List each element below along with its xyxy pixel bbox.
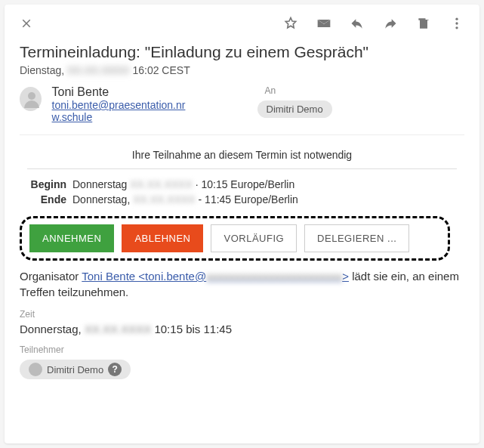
organizer-line: Organisator Toni Bente <toni.bente@xxxxx… — [20, 268, 464, 300]
participant-name: Dimitri Demo — [47, 364, 103, 375]
organizer-link[interactable]: Toni Bente <toni.bente@xxxxxxxxxxxxxxxxx… — [82, 270, 349, 283]
email-subject: Termineinladung: "Einladung zu einem Ges… — [20, 43, 464, 61]
begin-label: Beginn — [24, 178, 66, 190]
help-icon[interactable]: ? — [108, 363, 122, 376]
sender-name: Toni Bente — [52, 85, 109, 98]
more-icon[interactable] — [449, 16, 464, 34]
svg-point-0 — [455, 18, 458, 20]
forward-icon[interactable] — [383, 16, 398, 34]
thin-divider — [27, 168, 457, 169]
recipient-chip[interactable]: Dimitri Demo — [257, 100, 332, 118]
end-label: Ende — [24, 193, 66, 205]
participants-section-label: Teilnehmer — [20, 344, 464, 355]
from-block: Toni Bente toni.bente@prae­sentation.nrw… — [20, 85, 227, 124]
email-panel: Termineinladung: "Einladung zu einem Ges… — [5, 5, 479, 443]
accept-button[interactable]: ANNEHMEN — [29, 224, 114, 252]
close-icon[interactable] — [20, 17, 33, 33]
sender-email-link[interactable]: toni.bente@prae­sentation.nrw.schule — [52, 99, 188, 123]
delegate-button[interactable]: DELEGIEREN ... — [304, 224, 409, 252]
participation-note: Ihre Teilnahme an diesem Termin ist notw… — [20, 149, 464, 168]
divider — [20, 134, 464, 135]
time-detail: Donnerstag, XX.XX.XXXX 10:15 bis 11:45 — [20, 323, 464, 335]
times-block: Beginn Donnerstag XX.XX.XXXX · 10:15 Eur… — [24, 178, 464, 205]
mark-read-icon[interactable] — [316, 16, 331, 34]
sender-avatar — [20, 87, 42, 111]
email-date: Dienstag, XX.XX.XXXX 16:02 CEST — [20, 64, 464, 76]
delete-icon[interactable] — [416, 16, 431, 34]
participant-chip[interactable]: Dimitri Demo ? — [20, 360, 131, 379]
tentative-button[interactable]: VORLÄUFIG — [211, 224, 297, 252]
decline-button[interactable]: ABLEHNEN — [122, 224, 203, 252]
svg-point-2 — [455, 26, 458, 29]
toolbar — [20, 16, 464, 34]
avatar-icon — [29, 363, 42, 376]
recipient-name: Dimitri Demo — [267, 104, 323, 115]
star-icon[interactable] — [283, 16, 298, 34]
to-block: An Dimitri Demo — [257, 85, 465, 118]
time-section-label: Zeit — [20, 309, 464, 320]
svg-point-1 — [455, 22, 458, 24]
rsvp-actions: ANNEHMEN ABLEHNEN VORLÄUFIG DELEGIEREN .… — [20, 216, 450, 261]
reply-icon[interactable] — [350, 16, 365, 34]
to-label: An — [265, 85, 465, 96]
